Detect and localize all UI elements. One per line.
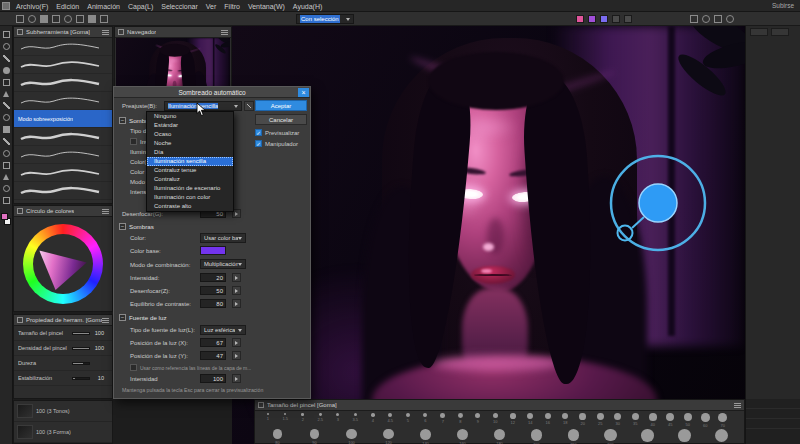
light-x-slider-button[interactable]	[232, 338, 241, 347]
brush-size-preset[interactable]: 18	[557, 413, 575, 428]
tool-icon[interactable]	[3, 79, 10, 86]
section-light-source[interactable]: − Fuente de luz	[119, 314, 167, 321]
brush-size-preset[interactable]: 5	[399, 413, 417, 428]
preset-option[interactable]: Día	[147, 148, 233, 157]
toolbar-swatch-icon[interactable]	[612, 15, 620, 23]
dock-tab[interactable]	[771, 28, 789, 36]
preset-option[interactable]: Noche	[147, 139, 233, 148]
contrast-slider-button[interactable]	[232, 299, 241, 308]
brush-size-preset[interactable]: 2.5	[312, 413, 330, 428]
brush-size-preset[interactable]: 1.5	[277, 413, 295, 428]
command-icon[interactable]	[726, 15, 734, 23]
command-icon[interactable]	[88, 15, 96, 23]
tool-icon[interactable]	[3, 91, 9, 97]
color-wheel-panel-title[interactable]: Círculo de colores	[14, 206, 112, 217]
brush-size-preset[interactable]: 100	[333, 429, 370, 444]
tool-icon[interactable]	[3, 43, 10, 50]
preset-option[interactable]: Estándar	[147, 121, 233, 130]
tool-icon[interactable]	[3, 102, 10, 109]
ok-button[interactable]: Aceptar	[255, 100, 307, 111]
brush-size-preset[interactable]: 160	[444, 429, 481, 444]
brush-size-preset[interactable]: 120	[370, 429, 407, 444]
command-icon[interactable]	[16, 15, 24, 23]
brush-size-preset[interactable]: 250	[555, 429, 592, 444]
brush-size-preset[interactable]: 350	[629, 429, 666, 444]
shadow-intensity-slider-button[interactable]	[232, 273, 241, 282]
panel-menu-icon[interactable]	[102, 209, 109, 214]
toolbar-swatch-icon[interactable]	[624, 15, 632, 23]
light-y-value[interactable]: 47	[200, 351, 226, 360]
brush-size-preset[interactable]: 25	[592, 413, 610, 428]
preset-option[interactable]: Iluminación sencilla	[147, 157, 233, 166]
subtool-item[interactable]	[14, 56, 112, 74]
brush-size-preset[interactable]: 8	[452, 413, 470, 428]
tool-property-row[interactable]: Densidad del pincel100	[14, 341, 112, 356]
tool-icon[interactable]	[3, 174, 9, 180]
shadow-blur-slider-button[interactable]	[232, 286, 241, 295]
tool-property-row[interactable]: Tamaño del pincel100	[14, 326, 112, 341]
toolbar-swatch-icon[interactable]	[588, 15, 596, 23]
panel-menu-icon[interactable]	[734, 403, 741, 408]
slider-track[interactable]	[72, 347, 90, 350]
subtool-item[interactable]	[14, 128, 112, 146]
tool-property-row[interactable]: Dureza	[14, 356, 112, 371]
tool-icon[interactable]	[3, 150, 10, 157]
brush-size-panel-title[interactable]: Tamaño del pincel [Goma]	[255, 400, 744, 411]
brush-size-preset[interactable]: 400	[666, 429, 703, 444]
light-type-combobox[interactable]: Luz esférica	[200, 325, 246, 335]
shadow-base-color-swatch[interactable]	[200, 246, 226, 255]
command-icon[interactable]	[690, 15, 698, 23]
collapse-icon[interactable]: −	[119, 314, 126, 321]
preset-option[interactable]: Contraluz tenue	[147, 166, 233, 175]
subtool-panel-title[interactable]: Subherramienta [Goma]	[14, 27, 112, 38]
dialog-title-bar[interactable]: Sombreado automático ×	[114, 87, 310, 98]
menu-edicin[interactable]: Edición	[56, 3, 79, 10]
collapse-icon[interactable]: −	[119, 117, 126, 124]
command-icon[interactable]	[76, 15, 84, 23]
slider-track[interactable]	[72, 332, 90, 335]
subtool-item[interactable]	[14, 182, 112, 200]
brush-size-preset[interactable]: 70	[714, 413, 732, 428]
panel-menu-icon[interactable]	[102, 30, 109, 35]
subtool-item[interactable]	[14, 146, 112, 164]
reference-checkbox[interactable]: Usar como referencia las líneas de la ca…	[130, 364, 251, 371]
brush-size-preset[interactable]: 300	[592, 429, 629, 444]
tool-icon[interactable]	[3, 31, 10, 38]
material-item[interactable]: 100 (3 Tonos)	[14, 401, 112, 422]
tool-icon[interactable]	[3, 55, 10, 62]
subtool-item[interactable]	[14, 92, 112, 110]
brush-size-preset[interactable]: 45	[662, 413, 680, 428]
slider-track[interactable]	[72, 362, 90, 365]
brush-size-preset[interactable]: 180	[481, 429, 518, 444]
shadow-blur-value[interactable]: 50	[200, 286, 226, 295]
subtool-item[interactable]	[14, 38, 112, 56]
command-icon[interactable]	[64, 15, 72, 23]
preset-option[interactable]: Ninguno	[147, 112, 233, 121]
brush-size-preset[interactable]: 90	[296, 429, 333, 444]
tool-icon[interactable]	[3, 126, 10, 133]
panel-menu-icon[interactable]	[221, 30, 228, 35]
brush-size-preset[interactable]: 3	[329, 413, 347, 428]
tool-icon[interactable]	[3, 197, 10, 204]
tool-icon[interactable]	[3, 162, 10, 169]
menu-capal[interactable]: Capa(L)	[128, 3, 153, 10]
preset-option[interactable]: Contraluz	[147, 175, 233, 184]
brush-size-preset[interactable]: 12	[504, 413, 522, 428]
command-icon[interactable]	[40, 15, 48, 23]
subtool-item[interactable]: Modo sobreexposición	[14, 110, 112, 128]
shadow-blend-combobox[interactable]: Multiplicación	[200, 259, 246, 269]
section-shadows[interactable]: − Sombras	[119, 223, 154, 230]
command-icon[interactable]	[702, 15, 710, 23]
tool-icon[interactable]	[3, 138, 10, 145]
tool-icon[interactable]	[3, 185, 10, 192]
brush-size-preset[interactable]: 16	[539, 413, 557, 428]
dock-tab[interactable]	[750, 28, 768, 36]
preset-option[interactable]: Contraste alto	[147, 202, 233, 211]
color-chips[interactable]	[1, 213, 11, 225]
brush-size-preset[interactable]: 3.5	[347, 413, 365, 428]
tool-icon[interactable]	[3, 114, 10, 121]
command-icon[interactable]	[52, 15, 60, 23]
brush-size-preset[interactable]: 200	[518, 429, 555, 444]
cancel-button[interactable]: Cancelar	[255, 114, 307, 125]
command-icon[interactable]	[100, 15, 108, 23]
